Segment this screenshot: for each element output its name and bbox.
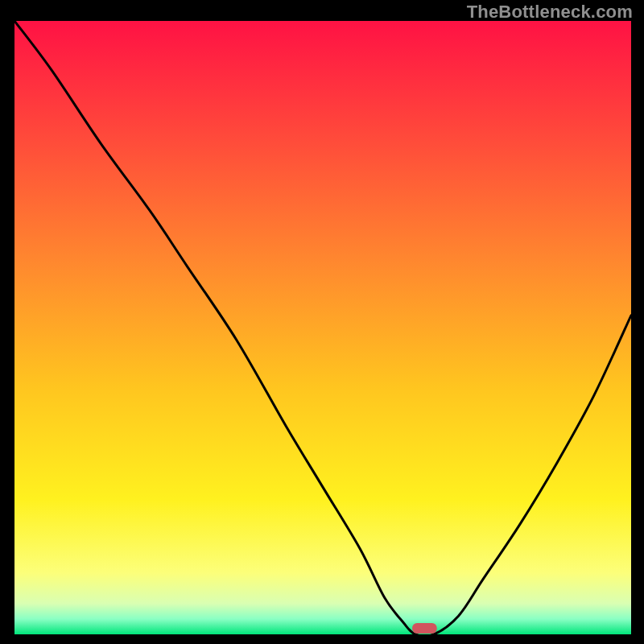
bottleneck-chart (14, 21, 631, 634)
watermark-text: TheBottleneck.com (467, 2, 633, 23)
gradient-background (14, 21, 631, 634)
optimal-zone-marker (412, 623, 437, 634)
chart-container: TheBottleneck.com (0, 0, 644, 644)
